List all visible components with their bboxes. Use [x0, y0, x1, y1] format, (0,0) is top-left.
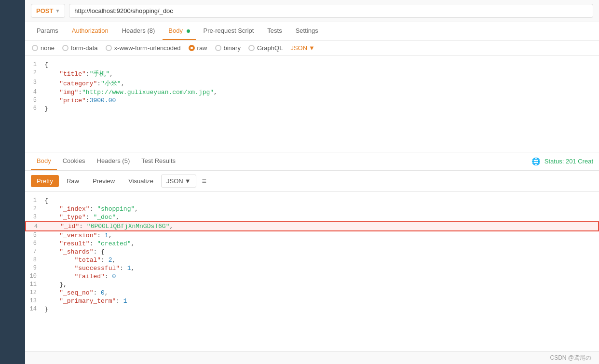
resp-line-10: 10 "failed": 0	[25, 272, 599, 281]
radio-raw[interactable]: raw	[189, 44, 207, 52]
radio-graphql[interactable]: GraphQL	[248, 44, 283, 52]
resp-line-5: 5 "_version": 1,	[25, 231, 599, 240]
request-bar: POST ▼	[25, 0, 599, 22]
req-line-6: 6 }	[25, 105, 599, 113]
globe-icon: 🌐	[531, 157, 541, 166]
resp-line-8: 8 "total": 2,	[25, 256, 599, 264]
resp-line-1: 1 {	[25, 197, 599, 205]
tab-headers[interactable]: Headers (8)	[116, 22, 161, 40]
url-input[interactable]	[69, 4, 593, 18]
response-tabs-bar: Body Cookies Headers (5) Test Results 🌐 …	[25, 152, 599, 171]
chevron-down-icon: ▼	[55, 8, 60, 13]
body-type-bar: none form-data x-www-form-urlencoded raw…	[25, 40, 599, 56]
req-line-2: 2 "title":"手机",	[25, 69, 599, 79]
req-line-3: 3 "category":"小米",	[25, 79, 599, 88]
req-line-4: 4 "img":"http://www.gulixueyuan.com/xm.j…	[25, 88, 599, 96]
tab-settings[interactable]: Settings	[290, 22, 324, 40]
tab-params[interactable]: Params	[31, 22, 64, 40]
method-label: POST	[36, 7, 53, 14]
resp-line-11: 11 },	[25, 281, 599, 289]
format-tab-preview[interactable]: Preview	[87, 175, 121, 187]
radio-none[interactable]: none	[32, 44, 54, 52]
radio-form-data[interactable]: form-data	[62, 44, 98, 52]
format-tab-visualize[interactable]: Visualize	[123, 175, 159, 187]
format-tab-pretty[interactable]: Pretty	[31, 175, 59, 187]
req-line-5: 5 "price":3900.00	[25, 96, 599, 105]
resp-tab-headers[interactable]: Headers (5)	[91, 152, 136, 170]
request-tabs: Params Authorization Headers (8) Body Pr…	[25, 22, 599, 40]
resp-tab-cookies[interactable]: Cookies	[57, 152, 91, 170]
tab-tests[interactable]: Tests	[261, 22, 287, 40]
radio-urlencoded-circle	[106, 45, 112, 51]
radio-binary-circle	[215, 45, 221, 51]
response-code: 1 { 2 "_index": "shopping", 3 "_type": "…	[25, 192, 599, 318]
footer: CSDN @鸢尾の	[25, 351, 599, 364]
resp-line-7: 7 "_shards": {	[25, 248, 599, 256]
resp-line-13: 13 "_primary_term": 1	[25, 297, 599, 305]
resp-line-14: 14 }	[25, 305, 599, 313]
resp-line-9: 9 "successful": 1,	[25, 264, 599, 272]
radio-raw-circle	[189, 45, 195, 51]
resp-line-12: 12 "_seq_no": 0,	[25, 289, 599, 297]
format-tab-raw[interactable]: Raw	[61, 175, 85, 187]
tab-authorization[interactable]: Authorization	[66, 22, 114, 40]
resp-format-bar: Pretty Raw Preview Visualize JSON ▼ ≡	[25, 171, 599, 192]
tab-pre-request[interactable]: Pre-request Script	[198, 22, 260, 40]
radio-graphql-circle	[248, 45, 255, 51]
resp-line-4: 4 "_id": "6P0GLIQBfjXnMnGDsT6G",	[25, 221, 599, 231]
resp-tab-test-results[interactable]: Test Results	[136, 152, 181, 170]
resp-line-2: 2 "_index": "shopping",	[25, 205, 599, 213]
radio-form-data-circle	[62, 45, 68, 51]
resp-json-selector[interactable]: JSON ▼	[161, 175, 196, 188]
body-dot	[187, 29, 190, 33]
tab-body[interactable]: Body	[163, 22, 195, 40]
radio-urlencoded[interactable]: x-www-form-urlencoded	[106, 44, 181, 52]
resp-json-chevron-icon: ▼	[185, 177, 191, 185]
radio-none-circle	[32, 45, 38, 51]
status-area: 🌐 Status: 201 Creat	[531, 157, 593, 166]
json-selector[interactable]: JSON ▼	[290, 44, 315, 52]
wrap-icon[interactable]: ≡	[202, 177, 206, 186]
json-chevron-icon: ▼	[309, 44, 315, 52]
radio-binary[interactable]: binary	[215, 44, 241, 52]
method-dropdown[interactable]: POST ▼	[31, 4, 65, 18]
footer-text: CSDN @鸢尾の	[550, 354, 591, 361]
status-text: Status: 201 Creat	[545, 158, 593, 165]
left-sidebar	[0, 0, 25, 364]
resp-line-6: 6 "result": "created",	[25, 240, 599, 248]
response-section: Body Cookies Headers (5) Test Results 🌐 …	[25, 152, 599, 351]
request-code-editor[interactable]: 1 { 2 "title":"手机", 3 "category":"小米", 4…	[25, 56, 599, 152]
resp-tab-body[interactable]: Body	[31, 152, 57, 170]
resp-line-3: 3 "_type": "_doc",	[25, 213, 599, 221]
req-line-1: 1 {	[25, 61, 599, 69]
